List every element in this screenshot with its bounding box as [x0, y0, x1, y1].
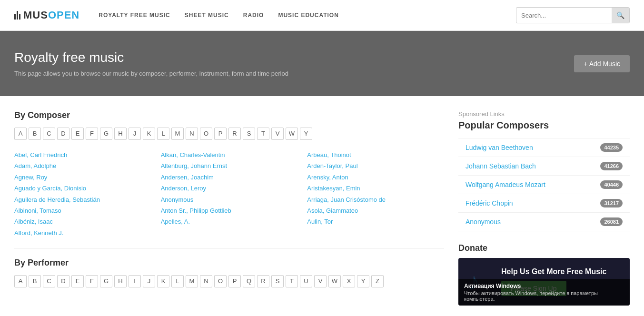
- popular-composer-chopin[interactable]: Frédéric Chopin: [466, 199, 513, 207]
- logo[interactable]: MUSOPEN: [14, 9, 79, 21]
- composer-link[interactable]: Aristakesyan, Emin: [307, 185, 360, 192]
- composer-link[interactable]: Agnew, Roy: [14, 174, 47, 181]
- alpha-n[interactable]: N: [186, 128, 198, 140]
- alpha-e[interactable]: E: [71, 128, 84, 140]
- perf-alpha-w[interactable]: W: [328, 275, 341, 287]
- nav-radio[interactable]: RADIO: [243, 12, 264, 19]
- perf-alpha-f[interactable]: F: [86, 275, 98, 287]
- perf-alpha-h[interactable]: H: [114, 275, 127, 287]
- perf-alpha-y[interactable]: Y: [357, 275, 369, 287]
- alpha-j[interactable]: J: [129, 128, 141, 140]
- perf-alpha-r[interactable]: R: [257, 275, 269, 287]
- perf-alpha-a[interactable]: A: [14, 275, 27, 287]
- perf-alpha-i[interactable]: I: [129, 275, 141, 287]
- composer-link[interactable]: Anderson, Leroy: [161, 185, 206, 192]
- perf-alpha-x[interactable]: X: [343, 275, 355, 287]
- composer-link[interactable]: Alford, Kenneth J.: [14, 229, 63, 237]
- composer-link[interactable]: Altenburg, Johann Ernst: [161, 162, 227, 169]
- perf-alpha-u[interactable]: U: [300, 275, 312, 287]
- perf-alpha-d[interactable]: D: [57, 275, 69, 287]
- composer-count-bach: 41266: [600, 162, 623, 170]
- composer-link[interactable]: Albéniz, Isaac: [14, 218, 53, 225]
- perf-alpha-p[interactable]: P: [228, 275, 241, 287]
- alpha-r[interactable]: R: [228, 128, 241, 140]
- by-composer-section: By Composer A B C D E F G H J K L M N O …: [14, 110, 444, 238]
- composer-link[interactable]: Abel, Carl Friedrich: [14, 151, 67, 158]
- nav-music-education[interactable]: MUSIC EDUCATION: [278, 12, 338, 19]
- perf-alpha-g[interactable]: G: [100, 275, 112, 287]
- perf-alpha-q[interactable]: Q: [243, 275, 255, 287]
- perf-alpha-e[interactable]: E: [71, 275, 84, 287]
- alpha-c[interactable]: C: [43, 128, 55, 140]
- composer-alpha-nav: A B C D E F G H J K L M N O P R S T V W: [14, 128, 444, 140]
- alpha-s[interactable]: S: [243, 128, 255, 140]
- composer-link[interactable]: Adam, Adolphe: [14, 162, 56, 169]
- hero-title: Royalty free music: [14, 50, 288, 65]
- composer-link[interactable]: Arbeau, Thoinot: [307, 151, 351, 158]
- composer-link[interactable]: Anonymous: [161, 196, 194, 203]
- composer-link[interactable]: Asola, Giammateo: [307, 207, 358, 214]
- main-content: By Composer A B C D E F G H J K L M N O …: [0, 96, 644, 316]
- popular-composer-row: Wolfgang Amadeus Mozart 40446: [458, 176, 630, 194]
- composer-link[interactable]: Anton Sr., Philipp Gottlieb: [161, 207, 231, 214]
- alpha-m[interactable]: M: [171, 128, 184, 140]
- composer-link[interactable]: Arden-Taylor, Paul: [307, 162, 357, 169]
- donate-title: Donate: [458, 243, 630, 253]
- main-nav: ROYALTY FREE MUSIC SHEET MUSIC RADIO MUS…: [99, 12, 516, 19]
- alpha-v[interactable]: V: [271, 128, 284, 140]
- perf-alpha-t[interactable]: T: [286, 275, 298, 287]
- alpha-a[interactable]: A: [14, 128, 27, 140]
- popular-composer-mozart[interactable]: Wolfgang Amadeus Mozart: [466, 181, 545, 188]
- alpha-b[interactable]: B: [29, 128, 41, 140]
- perf-alpha-k[interactable]: K: [157, 275, 169, 287]
- by-performer-section: By Performer A B C D E F G H I J K L M N…: [14, 258, 444, 287]
- performer-alpha-nav: A B C D E F G H I J K L M N O P Q R S T: [14, 275, 444, 287]
- alpha-y[interactable]: Y: [300, 128, 312, 140]
- popular-composers-title: Popular Composers: [458, 120, 630, 131]
- alpha-h[interactable]: H: [114, 128, 127, 140]
- composer-link[interactable]: Alkan, Charles-Valentin: [161, 151, 225, 158]
- popular-composer-beethoven[interactable]: Ludwig van Beethoven: [466, 144, 533, 151]
- alpha-k[interactable]: K: [143, 128, 155, 140]
- composer-link[interactable]: Arriaga, Juan Crisóstomo de: [307, 196, 386, 203]
- alpha-d[interactable]: D: [57, 128, 69, 140]
- composer-col-1: Abel, Carl Friedrich Adam, Adolphe Agnew…: [14, 149, 151, 238]
- add-music-button[interactable]: + Add Music: [574, 55, 630, 72]
- composer-count-chopin: 31217: [600, 199, 623, 207]
- alpha-t[interactable]: T: [257, 128, 269, 140]
- alpha-g[interactable]: G: [100, 128, 112, 140]
- perf-alpha-s[interactable]: S: [271, 275, 284, 287]
- popular-composer-bach[interactable]: Johann Sebastian Bach: [466, 162, 536, 170]
- composer-link[interactable]: Albinoni, Tomaso: [14, 207, 61, 214]
- composer-link[interactable]: Aulin, Tor: [307, 218, 333, 225]
- perf-alpha-n[interactable]: N: [200, 275, 212, 287]
- perf-alpha-m[interactable]: M: [186, 275, 198, 287]
- perf-alpha-c[interactable]: C: [43, 275, 55, 287]
- composer-link[interactable]: Arensky, Anton: [307, 174, 348, 181]
- popular-composer-anonymous[interactable]: Anonymous: [466, 218, 501, 226]
- perf-alpha-o[interactable]: O: [214, 275, 227, 287]
- popular-composer-row: Anonymous 26081: [458, 213, 630, 231]
- perf-alpha-b[interactable]: B: [29, 275, 41, 287]
- composer-link[interactable]: Aguilera de Heredia, Sebastián: [14, 196, 100, 203]
- nav-sheet-music[interactable]: SHEET MUSIC: [185, 12, 229, 19]
- search-input[interactable]: [516, 12, 612, 19]
- logo-bars-icon: [14, 11, 20, 20]
- by-composer-title: By Composer: [14, 110, 444, 120]
- nav-royalty-free-music[interactable]: ROYALTY FREE MUSIC: [99, 12, 170, 19]
- search-button[interactable]: 🔍: [612, 7, 629, 23]
- perf-alpha-z[interactable]: Z: [371, 275, 384, 287]
- alpha-o[interactable]: O: [200, 128, 212, 140]
- alpha-w[interactable]: W: [286, 128, 298, 140]
- composer-count-anonymous: 26081: [600, 217, 623, 226]
- alpha-f[interactable]: F: [86, 128, 98, 140]
- composer-link[interactable]: Aguado y García, Dionisio: [14, 185, 86, 192]
- perf-alpha-l[interactable]: L: [171, 275, 184, 287]
- perf-alpha-j[interactable]: J: [143, 275, 155, 287]
- search-wrap: 🔍: [516, 7, 630, 23]
- alpha-l[interactable]: L: [157, 128, 169, 140]
- composer-link[interactable]: Andersen, Joachim: [161, 174, 214, 181]
- composer-link[interactable]: Apelles, A.: [161, 218, 190, 225]
- perf-alpha-v[interactable]: V: [314, 275, 327, 287]
- alpha-p[interactable]: P: [214, 128, 227, 140]
